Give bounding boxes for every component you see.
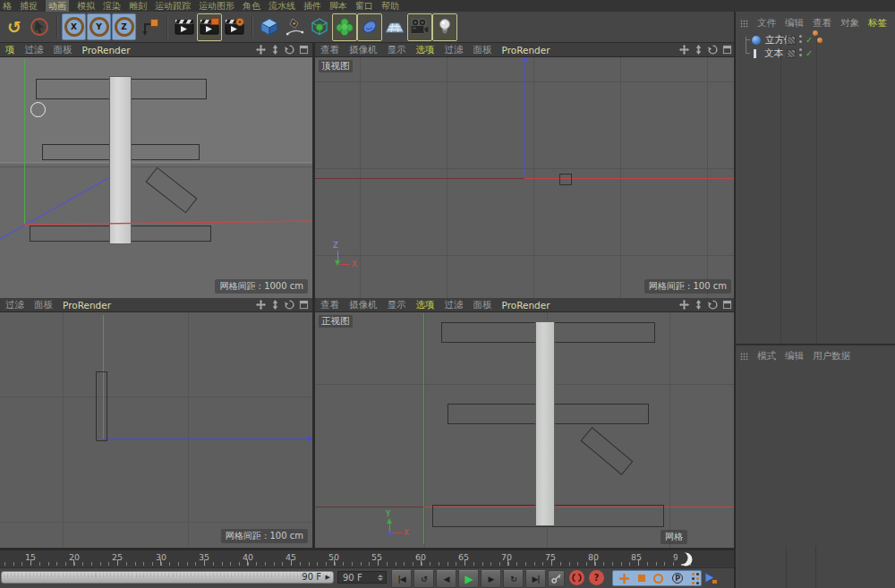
viewport-front[interactable]: Y X 正视图 网格 — [315, 312, 736, 548]
menu-item-panel[interactable]: 面板 — [54, 44, 72, 56]
menu-item-animate[interactable]: 动画 — [46, 0, 69, 13]
viewport-rotate-icon[interactable] — [285, 45, 294, 55]
menu-item-plugins[interactable]: 插件 — [303, 0, 321, 13]
tag-icon[interactable] — [817, 38, 823, 43]
menu-item-cameras[interactable]: 摄像机 — [349, 299, 378, 311]
autokeying-button[interactable] — [569, 570, 584, 585]
enable-check-cube[interactable]: ✓ — [806, 36, 813, 45]
record-keyframe-button[interactable] — [548, 570, 565, 587]
key-pla-toggle[interactable] — [692, 573, 695, 575]
tag-icon[interactable] — [813, 30, 818, 36]
scene-object-wireframe-rotated[interactable] — [581, 427, 634, 475]
pen-tool-button[interactable] — [282, 13, 307, 41]
menu-item-character[interactable]: 角色 — [243, 0, 260, 13]
viewport-zoom-icon[interactable] — [270, 300, 280, 310]
frame-stepper[interactable] — [378, 575, 383, 581]
viewport-perspective[interactable]: 网格间距 : 1000 cm — [0, 57, 312, 298]
key-rotation-toggle[interactable] — [653, 574, 663, 584]
menu-item-user-data[interactable]: 用户数据 — [813, 350, 850, 362]
menu-item-prorender[interactable]: ProRender — [63, 300, 111, 311]
play-button[interactable]: ▶ — [458, 570, 479, 588]
menu-item-display[interactable]: 显示 — [388, 299, 406, 311]
layer-toggle-text[interactable] — [787, 49, 796, 58]
menu-item-objects[interactable]: 对象 — [840, 17, 859, 30]
menu-item-edit[interactable]: 编辑 — [785, 17, 804, 30]
menu-item-view[interactable]: 查看 — [813, 17, 831, 30]
subdivision-surface-button[interactable] — [307, 13, 332, 41]
menu-item-prorender[interactable]: ProRender — [502, 45, 550, 55]
goto-end-button[interactable]: ▶| — [525, 570, 546, 588]
menu-item-panel[interactable]: 面板 — [473, 299, 492, 311]
menu-item-mode[interactable]: 模式 — [757, 350, 776, 362]
viewport-top[interactable]: Z X 顶视图 网格间距 : 100 cm — [315, 57, 736, 298]
render-picture-viewer-button[interactable] — [197, 13, 222, 41]
menu-item-filter[interactable]: 过滤 — [445, 299, 464, 311]
panel-grip-icon[interactable] — [740, 20, 748, 28]
menu-item-panel[interactable]: 面板 — [34, 299, 53, 311]
menu-item-filter[interactable]: 过滤 — [25, 44, 44, 56]
menu-item-panel[interactable]: 面板 — [473, 44, 492, 56]
timeline-ruler[interactable]: 15 20 25 30 35 40 45 50 55 60 65 70 75 8… — [0, 550, 736, 567]
menu-item-script[interactable]: 脚本 — [329, 0, 347, 13]
render-settings-button[interactable] — [222, 13, 247, 41]
menu-item-view[interactable]: 查看 — [320, 44, 339, 56]
viewport-pan-icon[interactable] — [679, 300, 689, 310]
menu-item-options[interactable]: 项 — [5, 44, 15, 56]
menu-item-pipeline[interactable]: 流水线 — [268, 0, 295, 13]
lock-y-button[interactable]: Y — [87, 13, 111, 40]
menu-item-mograph[interactable]: 运动图形 — [199, 0, 234, 13]
visibility-dots-text[interactable] — [799, 48, 802, 59]
viewport-right[interactable]: 网格间距 : 100 cm — [0, 312, 312, 548]
viewport-pan-icon[interactable] — [256, 300, 266, 310]
previous-frame-button[interactable]: ◀ — [436, 570, 456, 588]
scene-object-cube-bar[interactable] — [535, 321, 555, 526]
coordinate-system-button[interactable] — [137, 13, 162, 41]
viewport-zoom-icon[interactable] — [694, 45, 703, 55]
menu-item-sculpt[interactable]: 雕刻 — [129, 0, 147, 13]
panel-grip-icon[interactable] — [740, 353, 748, 361]
floor-button[interactable] — [382, 13, 407, 41]
viewport-rotate-icon[interactable] — [708, 300, 718, 310]
menu-item-filter[interactable]: 过滤 — [5, 299, 24, 311]
timeline-scrubber[interactable]: 90 F ▶ — [1, 571, 334, 584]
frame-number-field[interactable]: 90 F — [337, 571, 387, 584]
select-tool-button[interactable] — [27, 13, 52, 41]
scene-object-side-wireframe[interactable] — [96, 371, 107, 441]
menu-item-options[interactable]: 选项 — [416, 299, 435, 311]
menu-item-motion-tracker[interactable]: 运动跟踪 — [155, 0, 191, 13]
viewport-rotate-icon[interactable] — [285, 300, 294, 310]
light-button[interactable] — [432, 13, 457, 41]
render-view-button[interactable] — [172, 13, 197, 41]
menu-item-display[interactable]: 显示 — [388, 44, 406, 56]
menu-item-render[interactable]: 渲染 — [103, 0, 121, 13]
undo-button[interactable]: ↺ — [2, 13, 27, 41]
viewport-rotate-icon[interactable] — [708, 45, 718, 55]
menu-item-snap[interactable]: 捕捉 — [20, 0, 38, 13]
keyframe-selection-button[interactable]: ? — [589, 570, 604, 585]
scene-object-top-wireframe[interactable] — [559, 174, 572, 185]
add-cube-button[interactable] — [257, 13, 282, 41]
object-row-text[interactable]: 文本 — [736, 47, 895, 60]
key-position-toggle[interactable] — [619, 570, 629, 587]
next-frame-button[interactable]: ▶ — [481, 570, 501, 588]
menu-item-prorender[interactable]: ProRender — [82, 45, 131, 55]
menu-item-edit[interactable]: 编辑 — [785, 350, 804, 362]
viewport-maximize-icon[interactable] — [722, 300, 732, 310]
goto-start-button[interactable]: |◀ — [391, 570, 412, 588]
menu-item-options[interactable]: 选项 — [416, 44, 435, 56]
menu-item-window[interactable]: 窗口 — [355, 0, 373, 13]
key-scale-toggle[interactable] — [638, 575, 645, 582]
next-key-button[interactable]: ↻ — [503, 570, 524, 588]
viewport-pan-icon[interactable] — [679, 45, 689, 55]
camera-button[interactable] — [407, 13, 432, 41]
viewport-maximize-icon[interactable] — [722, 45, 732, 55]
menu-item-cameras[interactable]: 摄像机 — [349, 44, 378, 56]
viewport-pan-icon[interactable] — [256, 45, 266, 55]
lock-x-button[interactable]: X — [62, 13, 86, 40]
menu-item-mesh[interactable]: 格 — [3, 0, 12, 13]
menu-item-prorender[interactable]: ProRender — [502, 300, 550, 311]
menu-item-view[interactable]: 查看 — [320, 299, 339, 311]
viewport-zoom-icon[interactable] — [270, 45, 280, 55]
viewport-maximize-icon[interactable] — [299, 45, 309, 55]
previous-key-button[interactable]: ↺ — [413, 570, 434, 588]
